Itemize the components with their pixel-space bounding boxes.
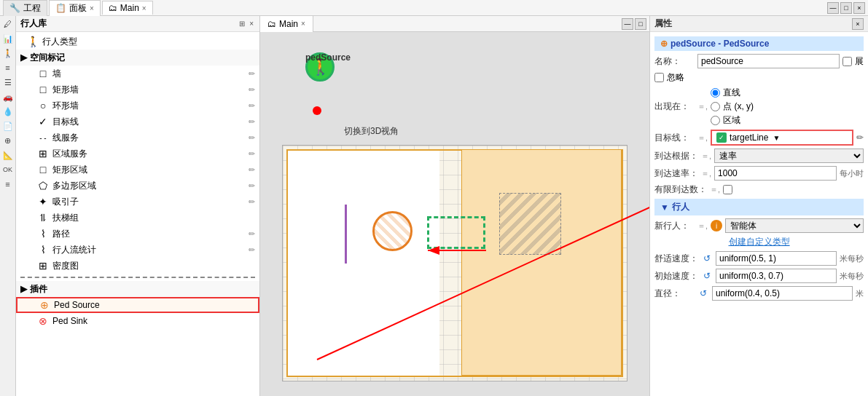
center-area: 🗂 Main × — □ pedSource 🚶 切换到3D视角: [260, 16, 649, 396]
tab-panel[interactable]: 📋 面板 ×: [49, 0, 101, 16]
arrival-basis-label: 到达根据：: [654, 150, 698, 162]
panel-grid-btn[interactable]: ⊞: [238, 19, 246, 28]
tool-doc-icon[interactable]: 📄: [1, 119, 15, 132]
arrival-rate-label: 到达速率：: [654, 167, 698, 180]
purple-vertical-line: [345, 205, 347, 264]
arrival-rate-input[interactable]: [714, 166, 837, 181]
flow-stats-edit-icon[interactable]: ✏: [249, 245, 255, 255]
switch-3d-button[interactable]: 切换到3D视角: [344, 125, 399, 138]
area-service-edit-icon[interactable]: ✏: [249, 149, 255, 159]
tree-item-ped-source[interactable]: ⊕ Ped Source: [16, 297, 259, 313]
tree-item-ped-sink[interactable]: ⊗ Ped Sink: [16, 313, 259, 329]
tree-section-plugins[interactable]: ▶ 插件: [16, 281, 259, 297]
tool-car-icon[interactable]: 🚗: [1, 90, 15, 103]
tool-plus-icon[interactable]: ⊕: [1, 134, 15, 147]
ignore-checkbox[interactable]: [654, 73, 664, 82]
arrival-basis-select[interactable]: 速率: [714, 148, 864, 163]
rect-area-edit-icon[interactable]: ✏: [249, 165, 255, 175]
prop-row-ignore: 忽略: [654, 71, 864, 84]
expand-checkbox[interactable]: [842, 57, 852, 66]
name-input[interactable]: [697, 54, 840, 68]
tool-list-icon[interactable]: ≡: [1, 61, 15, 74]
pedestrian-section-header: ▼ 行人: [654, 199, 864, 215]
props-close-btn[interactable]: ×: [852, 18, 864, 30]
tree-item-polygon-area[interactable]: ⬠ 多边形区域 ✏: [16, 178, 259, 194]
ped-source-icon: ⊕: [38, 299, 51, 311]
diameter-input[interactable]: [712, 286, 853, 301]
tree-item-attractor[interactable]: ✦ 吸引子 ✏: [16, 194, 259, 210]
tab-panel-close[interactable]: ×: [90, 4, 94, 12]
obstacle-circle: [372, 211, 413, 251]
target-line-selector[interactable]: ✓ targetLine ▼: [711, 130, 853, 146]
minimize-button[interactable]: —: [827, 2, 839, 14]
ped-source-label: Ped Source: [54, 300, 100, 310]
tree-item-line-service[interactable]: - - 线服务 ✏: [16, 130, 259, 146]
tree-item-target-line[interactable]: ✓ 目标线 ✏: [16, 114, 259, 130]
tree-item-path[interactable]: ⌇ 路径 ✏: [16, 226, 259, 242]
tab-main[interactable]: 🗂 Main ×: [102, 1, 153, 15]
max-arrivals-checkbox[interactable]: [723, 185, 732, 194]
arrival-rate-unit: 每小时: [840, 168, 864, 179]
tree-item-wall[interactable]: □ 墙 ✏: [16, 66, 259, 82]
new-ped-select[interactable]: 智能体: [725, 218, 864, 233]
canvas-area[interactable]: pedSource 🚶 切换到3D视角: [260, 32, 649, 396]
target-line-edit-icon[interactable]: ✏: [249, 117, 255, 127]
comfort-speed-refresh-icon[interactable]: ↺: [701, 253, 713, 264]
create-type-link[interactable]: 创建自定义类型: [729, 236, 790, 248]
appear-point-radio[interactable]: [711, 102, 720, 111]
tree-item-area-service[interactable]: ⊞ 区域服务 ✏: [16, 146, 259, 162]
target-line-label: 目标线: [52, 116, 79, 128]
tree-item-rect-area[interactable]: □ 矩形区域 ✏: [16, 162, 259, 178]
tree-item-escalator[interactable]: ⥮ 扶梯组: [16, 210, 259, 226]
center-maximize-btn[interactable]: □: [635, 18, 646, 30]
rect-area-icon: □: [36, 164, 50, 175]
tree-item-density-map[interactable]: ⊞ 密度图: [16, 258, 259, 274]
tree-section-spatial[interactable]: ▶ 空间标记: [16, 50, 259, 66]
ped-sink-label: Ped Sink: [52, 316, 87, 326]
new-ped-info-icon[interactable]: i: [711, 220, 722, 231]
tool-drop-icon[interactable]: 💧: [1, 105, 15, 118]
center-tab-close[interactable]: ×: [301, 20, 305, 28]
ring-wall-edit-icon[interactable]: ✏: [249, 101, 255, 111]
tab-engineering[interactable]: 🔧 工程: [3, 0, 47, 16]
maximize-button[interactable]: □: [840, 2, 852, 14]
main-icon: 🗂: [109, 3, 117, 13]
tab-main-close[interactable]: ×: [142, 4, 146, 12]
tool-walk-icon[interactable]: 🚶: [1, 47, 15, 60]
path-edit-icon[interactable]: ✏: [249, 229, 255, 239]
panel-close-btn[interactable]: ×: [248, 19, 255, 28]
polygon-area-edit-icon[interactable]: ✏: [249, 181, 255, 191]
area-service-icon: ⊞: [36, 148, 50, 159]
initial-speed-input[interactable]: [716, 269, 837, 283]
tool-shape-icon[interactable]: 📐: [1, 148, 15, 162]
appear-area-radio[interactable]: [711, 116, 720, 125]
tool-edit-icon[interactable]: 🖊: [1, 17, 15, 31]
tool-ok-icon[interactable]: OK: [1, 163, 15, 176]
rect-wall-edit-icon[interactable]: ✏: [249, 85, 255, 95]
center-tab-main[interactable]: 🗂 Main ×: [260, 16, 313, 32]
initial-speed-refresh-icon[interactable]: ↺: [701, 270, 713, 282]
tool-chart-icon[interactable]: 📊: [1, 32, 15, 45]
line-service-edit-icon[interactable]: ✏: [249, 133, 255, 143]
tree-item-rect-wall[interactable]: □ 矩形墙 ✏: [16, 82, 259, 98]
diameter-refresh-icon[interactable]: ↺: [697, 288, 709, 299]
panel-title: 行人库: [20, 17, 47, 30]
tool-grid-icon[interactable]: ≡: [1, 178, 15, 191]
tree-item-flow-stats[interactable]: ⌇ 行人流统计 ✏: [16, 242, 259, 258]
target-line-edit-btn[interactable]: ✏: [856, 132, 864, 143]
tool-menu-icon[interactable]: ☰: [1, 76, 15, 89]
target-line-dropdown-icon[interactable]: ▼: [773, 134, 780, 142]
spatial-section-label: 空间标记: [30, 52, 65, 64]
tree-item-ring-wall[interactable]: ○ 环形墙 ✏: [16, 98, 259, 114]
right-panel-title: 属性: [654, 17, 672, 30]
tree-item-pedestrian-type[interactable]: 🚶 行人类型: [16, 33, 259, 50]
tab-engineering-label: 工程: [23, 2, 41, 15]
comfort-speed-input[interactable]: [716, 251, 837, 266]
appear-straight-radio[interactable]: [711, 88, 720, 98]
prop-row-new-ped: 新行人： ＝, i 智能体: [654, 218, 864, 233]
target-line-value: targetLine: [730, 132, 768, 143]
attractor-edit-icon[interactable]: ✏: [249, 197, 255, 207]
center-minimize-btn[interactable]: —: [622, 18, 633, 30]
wall-edit-icon[interactable]: ✏: [249, 69, 255, 79]
close-button[interactable]: ×: [853, 2, 865, 14]
